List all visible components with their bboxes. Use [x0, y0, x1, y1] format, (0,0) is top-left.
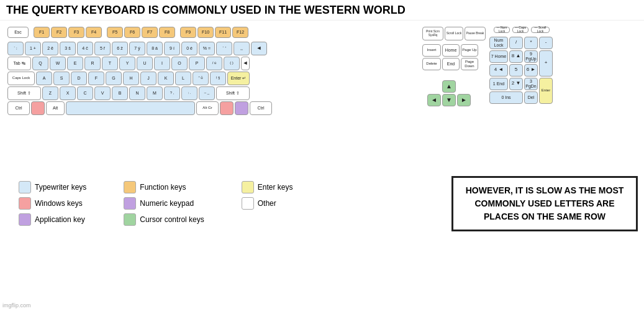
key-end[interactable]: End [442, 58, 460, 70]
key-nummul[interactable]: * [524, 37, 538, 49]
key-u[interactable]: U [137, 57, 153, 70]
key-lctrl[interactable]: Ctrl [7, 101, 30, 115]
key-pagedown[interactable]: Page Down [461, 58, 478, 70]
key-numsub[interactable]: - [539, 37, 553, 49]
key-minus[interactable]: % = [199, 42, 215, 55]
key-g[interactable]: G [106, 72, 122, 85]
key-backtick[interactable]: ` ; [7, 42, 24, 55]
key-3[interactable]: 3 š [60, 42, 76, 55]
key-lalt[interactable]: Alt [46, 101, 65, 115]
key-num0[interactable]: 0 Ins [489, 91, 523, 104]
key-lbracket[interactable]: / ú [206, 57, 222, 70]
key-o[interactable]: O [171, 57, 188, 70]
key-w[interactable]: W [50, 57, 66, 70]
key-8[interactable]: 8 á [147, 42, 163, 55]
key-f1[interactable]: F1 [34, 27, 50, 38]
key-pipe[interactable]: ◄ [241, 57, 250, 70]
key-f4[interactable]: F4 [86, 27, 102, 38]
key-l[interactable]: L [175, 72, 191, 85]
key-lwin[interactable] [31, 101, 45, 115]
key-rshift[interactable]: Shift ⇧ [216, 86, 250, 100]
key-pause[interactable]: Pause Break [465, 27, 486, 40]
key-printscreen[interactable]: Print Scrn SysRq [422, 27, 443, 40]
key-h[interactable]: H [123, 72, 139, 85]
key-menu[interactable] [235, 101, 248, 115]
key-numadd[interactable]: + [539, 50, 553, 77]
key-quote[interactable]: ! § [210, 72, 226, 85]
key-left[interactable]: ◄ [427, 94, 441, 106]
key-9[interactable]: 9 í [164, 42, 180, 55]
key-equals[interactable]: ` ' [216, 42, 232, 55]
key-period[interactable]: : . [181, 86, 197, 100]
key-rbracket[interactable]: ( ) [224, 57, 240, 70]
key-numlock[interactable]: Num Lock [489, 37, 508, 49]
key-enter[interactable]: Enter ↵ [227, 72, 250, 85]
key-r[interactable]: R [84, 57, 101, 70]
key-rwin[interactable] [220, 101, 234, 115]
key-y[interactable]: Y [119, 57, 135, 70]
key-down[interactable]: ▼ [442, 94, 456, 106]
key-m[interactable]: M [147, 86, 163, 100]
key-1[interactable]: 1 + [25, 42, 41, 55]
key-home[interactable]: Home [442, 44, 460, 57]
key-f9[interactable]: F9 [180, 27, 196, 38]
key-2[interactable]: 2 ě [42, 42, 58, 55]
key-numdel[interactable]: Del [524, 91, 538, 104]
key-j[interactable]: J [140, 72, 156, 85]
key-backslash[interactable]: ,, [234, 42, 250, 55]
key-4[interactable]: 4 č [77, 42, 93, 55]
key-num4[interactable]: 4 ◄ [489, 64, 508, 77]
key-up[interactable]: ▲ [442, 80, 456, 93]
key-q[interactable]: Q [32, 57, 48, 70]
key-0[interactable]: 0 é [181, 42, 197, 55]
key-altgr[interactable]: Alt Gr [196, 101, 219, 115]
key-c[interactable]: C [77, 86, 93, 100]
key-5[interactable]: 5 ř [94, 42, 111, 55]
key-z[interactable]: Z [42, 86, 58, 100]
key-f8[interactable]: F8 [159, 27, 175, 38]
key-pageup[interactable]: Page Up [461, 44, 478, 57]
key-comma[interactable]: ? , [164, 86, 180, 100]
key-f5[interactable]: F5 [107, 27, 123, 38]
key-e[interactable]: E [67, 57, 83, 70]
key-k[interactable]: K [158, 72, 174, 85]
key-lshift[interactable]: Shift ⇧ [7, 86, 41, 100]
key-right[interactable]: ► [457, 94, 471, 106]
key-7[interactable]: 7 ý [129, 42, 145, 55]
key-d[interactable]: D [71, 72, 87, 85]
key-semicolon[interactable]: " ů [193, 72, 209, 85]
key-rctrl[interactable]: Ctrl [250, 101, 272, 115]
key-f7[interactable]: F7 [142, 27, 158, 38]
key-num1[interactable]: 1 End [489, 78, 508, 90]
key-s[interactable]: S [53, 72, 70, 85]
key-esc[interactable]: Esc [7, 27, 29, 38]
key-f[interactable]: F [88, 72, 104, 85]
key-p[interactable]: P [189, 57, 205, 70]
key-t[interactable]: T [102, 57, 118, 70]
key-v[interactable]: V [94, 86, 111, 100]
key-tab[interactable]: Tab ↹ [7, 57, 31, 70]
key-backspace[interactable]: ◄ [251, 42, 267, 55]
key-numdiv[interactable]: / [509, 37, 523, 49]
key-num2[interactable]: 2 ▼ [509, 78, 523, 90]
key-num6[interactable]: 6 ► [524, 64, 538, 77]
key-num3[interactable]: 3 PgDn [524, 78, 538, 90]
key-n[interactable]: N [129, 86, 145, 100]
key-num9[interactable]: 9 PgUp [524, 50, 538, 63]
key-f10[interactable]: F10 [197, 27, 214, 38]
key-a[interactable]: A [36, 72, 52, 85]
key-b[interactable]: B [112, 86, 128, 100]
key-6[interactable]: 6 ž [112, 42, 128, 55]
key-f2[interactable]: F2 [51, 27, 67, 38]
key-delete[interactable]: Delete [422, 58, 441, 70]
key-scrolllock[interactable]: Scroll Lock [445, 27, 463, 40]
key-num5[interactable]: 5 [509, 64, 523, 77]
key-f11[interactable]: F11 [215, 27, 231, 38]
key-insert[interactable]: Insert [422, 44, 441, 57]
key-slash[interactable]: – _ [199, 86, 215, 100]
key-num8[interactable]: 8 ▲ [509, 50, 523, 63]
key-f3[interactable]: F3 [68, 27, 84, 38]
key-i[interactable]: I [154, 57, 170, 70]
key-f12[interactable]: F12 [232, 27, 248, 38]
key-numenter[interactable]: Enter [539, 78, 553, 104]
